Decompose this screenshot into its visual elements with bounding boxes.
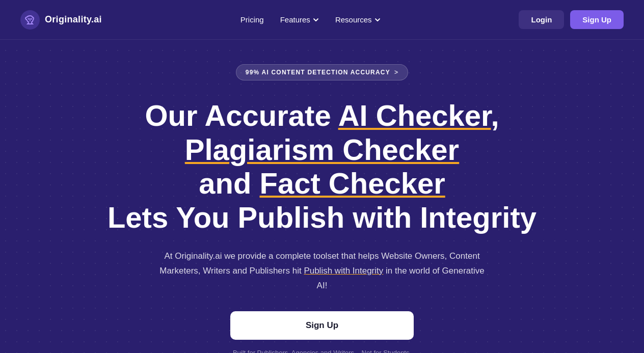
hero-disclaimer: Built for Publishers, Agencies and Write…: [233, 348, 411, 353]
features-chevron-icon: [313, 17, 319, 23]
nav-links: Pricing Features Resources: [240, 15, 381, 24]
navbar: Originality.ai Pricing Features Resource…: [0, 0, 644, 40]
ai-checker-link[interactable]: AI Checker: [338, 99, 491, 132]
logo-text: Originality.ai: [45, 14, 102, 25]
nav-actions: Login Sign Up: [519, 10, 624, 29]
svg-point-1: [28, 18, 29, 19]
nav-resources[interactable]: Resources: [335, 15, 381, 24]
resources-chevron-icon: [374, 17, 381, 23]
nav-pricing[interactable]: Pricing: [240, 15, 264, 24]
login-button[interactable]: Login: [519, 10, 564, 29]
hero-subtitle: At Originality.ai we provide a complete …: [159, 249, 485, 293]
hero-title: Our Accurate AI Checker, Plagiarism Chec…: [93, 99, 551, 235]
plagiarism-checker-link[interactable]: Plagiarism Checker: [185, 133, 459, 166]
accuracy-badge[interactable]: 99% AI CONTENT DETECTION ACCURACY >: [236, 64, 408, 80]
logo-icon: [20, 10, 40, 30]
hero-section: 99% AI CONTENT DETECTION ACCURACY > Our …: [0, 40, 644, 353]
badge-chevron-icon: >: [394, 69, 398, 76]
signup-nav-button[interactable]: Sign Up: [570, 10, 624, 29]
nav-features[interactable]: Features: [280, 15, 319, 24]
publish-integrity-link[interactable]: Publish with Integrity: [304, 266, 383, 276]
svg-point-2: [32, 18, 33, 19]
logo[interactable]: Originality.ai: [20, 10, 102, 30]
signup-hero-button[interactable]: Sign Up: [230, 311, 414, 340]
fact-checker-link[interactable]: Fact Checker: [259, 167, 445, 200]
